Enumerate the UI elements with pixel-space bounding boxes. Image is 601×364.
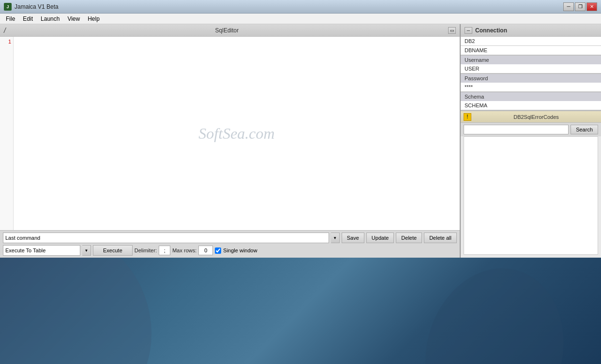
execute-mode-arrow[interactable]: ▼	[82, 245, 91, 256]
main-content: / SqlEditor ▭ 1 SoftSea.com Last command…	[0, 24, 601, 258]
username-label: Username	[461, 55, 601, 64]
error-search-input[interactable]	[464, 125, 569, 134]
desktop-background	[0, 258, 601, 364]
max-rows-label: Max rows:	[172, 248, 196, 253]
menu-help[interactable]: Help	[84, 15, 104, 23]
password-value[interactable]: ****	[461, 83, 601, 92]
username-value[interactable]: USER	[461, 64, 601, 73]
connection-minimize-button[interactable]: ─	[465, 27, 472, 34]
editor-panel: / SqlEditor ▭ 1 SoftSea.com Last command…	[0, 24, 461, 258]
update-button[interactable]: Update	[366, 233, 394, 243]
toolbar-row-2: Execute To Table ▼ Execute Delimiter: Ma…	[3, 245, 457, 256]
editor-header: / SqlEditor ▭	[0, 24, 460, 37]
delimiter-input[interactable]	[159, 246, 170, 255]
menu-view[interactable]: View	[63, 15, 84, 23]
line-numbers: 1	[0, 37, 14, 230]
db-type-value: DB2	[461, 37, 601, 46]
menu-launch[interactable]: Launch	[37, 15, 63, 23]
app-title: Jamaica V1 Beta	[15, 3, 563, 10]
connection-panel: ─ Connection DB2 DBNAME Username USER Pa…	[461, 24, 601, 258]
app-icon: J	[4, 3, 12, 11]
single-window-checkbox[interactable]	[215, 248, 221, 254]
delete-button[interactable]: Delete	[396, 233, 422, 243]
execute-button[interactable]: Execute	[93, 245, 133, 256]
editor-body[interactable]: 1 SoftSea.com	[0, 37, 460, 230]
minimize-button[interactable]: ─	[563, 2, 574, 11]
last-command-arrow[interactable]: ▼	[331, 233, 340, 243]
close-button[interactable]: ✕	[586, 2, 597, 11]
window-controls: ─ ❐ ✕	[563, 2, 597, 11]
error-codes-header: ! DB2SqlErrorCodes	[461, 111, 601, 123]
editor-minimize-button[interactable]: ▭	[448, 27, 456, 34]
editor-text-area[interactable]: SoftSea.com	[14, 37, 460, 230]
password-label: Password	[461, 73, 601, 83]
last-command-dropdown[interactable]: Last command	[3, 233, 329, 243]
error-codes-section: ! DB2SqlErrorCodes Search	[461, 110, 601, 258]
delimiter-label: Delimiter:	[135, 248, 157, 253]
toolbar-row-1: Last command ▼ Save Update Delete Delete…	[3, 233, 457, 243]
restore-button[interactable]: ❐	[575, 2, 586, 11]
search-button[interactable]: Search	[571, 125, 598, 134]
warning-icon: !	[464, 113, 471, 121]
bottom-toolbar: Last command ▼ Save Update Delete Delete…	[0, 230, 460, 258]
title-bar: J Jamaica V1 Beta ─ ❐ ✕	[0, 0, 601, 14]
error-codes-title: DB2SqlErrorCodes	[474, 114, 598, 120]
connection-header: ─ Connection	[461, 24, 601, 37]
save-button[interactable]: Save	[342, 233, 364, 243]
single-window-label[interactable]: Single window	[215, 248, 257, 254]
execute-mode-dropdown[interactable]: Execute To Table	[3, 245, 80, 256]
max-rows-input[interactable]	[198, 246, 213, 255]
editor-title: SqlEditor	[6, 27, 448, 34]
menu-edit[interactable]: Edit	[19, 15, 37, 23]
delete-all-button[interactable]: Delete all	[424, 233, 457, 243]
error-results-area	[464, 136, 598, 255]
error-search-row: Search	[461, 123, 601, 136]
dbname-value: DBNAME	[461, 46, 601, 55]
watermark: SoftSea.com	[198, 125, 274, 143]
menu-bar: File Edit Launch View Help	[0, 14, 601, 24]
schema-label: Schema	[461, 92, 601, 101]
connection-title: Connection	[475, 27, 507, 34]
schema-value[interactable]: SCHEMA	[461, 101, 601, 110]
menu-file[interactable]: File	[2, 15, 19, 23]
